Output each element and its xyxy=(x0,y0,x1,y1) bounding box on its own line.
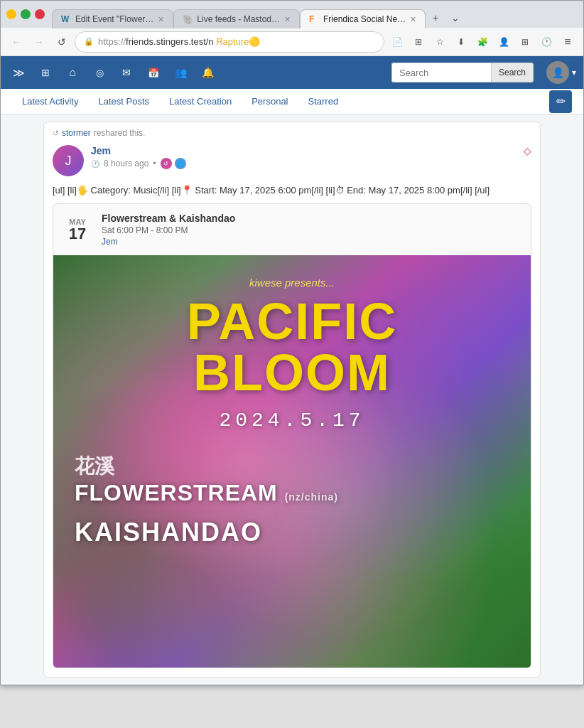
close-button[interactable] xyxy=(35,9,45,19)
post-body-text: [ul] [li]🖐 Category: Music[/li] [li]📍 St… xyxy=(44,183,540,203)
latest-activity-link[interactable]: Latest Activity xyxy=(12,90,88,112)
network-badge: 🌐 xyxy=(175,158,186,169)
address-domain: friends.stingers.test/n xyxy=(126,36,214,47)
tab-friendica[interactable]: F Friendica Social Ne… ✕ xyxy=(300,9,426,28)
address-text: https://friends.stingers.test/n Rapture🟡 xyxy=(98,36,375,47)
latest-posts-link[interactable]: Latest Posts xyxy=(88,90,159,112)
reshared-text: reshared this. xyxy=(94,128,146,138)
post-meta: Jem 🕐 8 hours ago • ↺ 🌐 xyxy=(91,145,517,169)
profile-button[interactable]: 👤 xyxy=(494,32,514,52)
tab-menu-button[interactable]: ⌄ xyxy=(445,8,465,28)
compose-icon: ✏ xyxy=(556,95,566,108)
avatar: 👤 xyxy=(546,61,569,84)
network-icon[interactable]: ◎ xyxy=(89,62,110,83)
minimize-button[interactable] xyxy=(6,9,16,19)
post-time-row: 🕐 8 hours ago • ↺ 🌐 xyxy=(91,158,517,169)
tab-close-icon[interactable]: ✕ xyxy=(410,15,416,24)
flowerstream-text: FLOWERSTREAM (nz/china) xyxy=(75,480,338,506)
latest-creation-link[interactable]: Latest Creation xyxy=(159,90,242,112)
nav-bar: ← → ↺ 🔒 https://friends.stingers.test/n … xyxy=(1,28,583,56)
forward-button[interactable]: → xyxy=(29,32,49,52)
calendar-icon[interactable]: 📅 xyxy=(143,62,164,83)
download-button[interactable]: ⬇ xyxy=(451,32,471,52)
tab-label: Live feeds - Mastod… xyxy=(197,14,280,24)
friendica-icon: F xyxy=(309,14,319,24)
chinese-characters: 花溪 xyxy=(75,453,338,480)
new-tab-button[interactable]: + xyxy=(426,8,445,28)
post-author-link[interactable]: Jem xyxy=(91,145,517,156)
app-header: ≫ ⊞ ⌂ ◎ ✉ 📅 👥 🔔 Search 👤 ▾ xyxy=(1,56,583,89)
event-organizer-link[interactable]: Jem xyxy=(102,237,521,247)
event-date-display: 2024.5.17 xyxy=(219,410,364,432)
search-area: Search xyxy=(391,63,534,82)
pacific-bloom-text: PACIFICBLOOM xyxy=(187,296,398,398)
event-title: Flowerstream & Kaishandao xyxy=(102,213,521,224)
mail-icon[interactable]: ✉ xyxy=(116,62,137,83)
reshare-icon: ↺ xyxy=(53,129,59,138)
content-area: ↺ stormer reshared this. J Jem 🕐 8 hours… xyxy=(1,114,583,685)
nz-china-text: (nz/china) xyxy=(285,491,338,503)
post-badges: ↺ 🌐 xyxy=(161,158,186,169)
wordpress-icon: W xyxy=(61,14,71,24)
flowerstream-group: 花溪 FLOWERSTREAM (nz/china) xyxy=(75,453,338,506)
home-icon[interactable]: ⌂ xyxy=(62,62,83,83)
kiwese-text: kiwese presents... xyxy=(249,277,335,289)
browser-window: W Edit Event "Flower… ✕ 🐘 Live feeds - M… xyxy=(0,0,584,685)
extensions-button[interactable]: 🧩 xyxy=(472,32,492,52)
time-separator: • xyxy=(153,159,156,168)
apps-button[interactable]: ⊞ xyxy=(409,32,428,52)
reload-button[interactable]: ↺ xyxy=(52,32,72,52)
post-card: ↺ stormer reshared this. J Jem 🕐 8 hours… xyxy=(43,122,541,678)
lock-icon: 🔒 xyxy=(84,37,94,46)
maximize-button[interactable] xyxy=(21,9,31,19)
avatar-chevron: ▾ xyxy=(572,68,576,77)
tab-label: Friendica Social Ne… xyxy=(323,14,406,24)
mastodon-icon: 🐘 xyxy=(183,14,193,24)
bookmark-button[interactable]: ☆ xyxy=(430,32,450,52)
search-button[interactable]: Search xyxy=(491,63,534,82)
nav-expand-icon[interactable]: ≫ xyxy=(8,62,29,83)
address-bar[interactable]: 🔒 https://friends.stingers.test/n Raptur… xyxy=(75,31,384,53)
visibility-badge: ↺ xyxy=(161,158,172,169)
resharer-link[interactable]: stormer xyxy=(62,128,91,138)
clock-button[interactable]: 🕐 xyxy=(536,32,556,52)
nav-actions: 📄 ⊞ ☆ ⬇ 🧩 👤 ⊞ 🕐 ≡ xyxy=(387,32,578,52)
reshared-notice: ↺ stormer reshared this. xyxy=(44,122,540,138)
tab-close-icon[interactable]: ✕ xyxy=(284,15,291,24)
event-image: kiwese presents... PACIFICBLOOM 2024.5.1… xyxy=(53,255,531,668)
compose-button[interactable]: ✏ xyxy=(549,90,572,113)
event-day: 17 xyxy=(69,226,86,242)
event-time: Sat 6:00 PM - 8:00 PM xyxy=(102,225,521,235)
search-input[interactable] xyxy=(391,63,491,82)
event-info: Flowerstream & Kaishandao Sat 6:00 PM - … xyxy=(102,213,521,247)
back-button[interactable]: ← xyxy=(6,32,26,52)
event-header: MAY 17 Flowerstream & Kaishandao Sat 6:0… xyxy=(53,204,531,255)
post-time-ago: 8 hours ago xyxy=(104,159,148,168)
post-action-button[interactable]: ◇ xyxy=(524,145,531,156)
title-bar: W Edit Event "Flower… ✕ 🐘 Live feeds - M… xyxy=(1,1,583,28)
address-protocol: https:// xyxy=(98,36,126,47)
notifications-icon[interactable]: 🔔 xyxy=(197,62,218,83)
tab-label: Edit Event "Flower… xyxy=(75,14,153,24)
wallet-button[interactable]: ⊞ xyxy=(515,32,535,52)
tab-edit-event[interactable]: W Edit Event "Flower… ✕ xyxy=(52,9,173,28)
apps-grid-icon[interactable]: ⊞ xyxy=(35,62,56,83)
contacts-icon[interactable]: 👥 xyxy=(170,62,191,83)
post-author-avatar[interactable]: J xyxy=(53,145,84,176)
menu-button[interactable]: ≡ xyxy=(558,32,578,52)
tabs-bar: W Edit Event "Flower… ✕ 🐘 Live feeds - M… xyxy=(52,1,578,28)
event-card: MAY 17 Flowerstream & Kaishandao Sat 6:0… xyxy=(53,203,531,668)
user-avatar-area[interactable]: 👤 ▾ xyxy=(546,61,576,84)
reader-button[interactable]: 📄 xyxy=(387,32,407,52)
post-header: J Jem 🕐 8 hours ago • ↺ 🌐 ◇ xyxy=(44,138,540,183)
window-controls xyxy=(6,9,45,19)
address-accent: Rapture🟡 xyxy=(216,36,260,47)
tab-live-feeds[interactable]: 🐘 Live feeds - Mastod… ✕ xyxy=(173,9,300,28)
sub-nav: Latest Activity Latest Posts Latest Crea… xyxy=(1,89,583,114)
starred-link[interactable]: Starred xyxy=(298,90,349,112)
event-date-box: MAY 17 xyxy=(63,218,92,242)
personal-link[interactable]: Personal xyxy=(242,90,298,112)
kaishandao-text: KAISHANDAO xyxy=(75,518,262,547)
tab-close-icon[interactable]: ✕ xyxy=(158,15,164,24)
clock-icon: 🕐 xyxy=(91,160,99,168)
